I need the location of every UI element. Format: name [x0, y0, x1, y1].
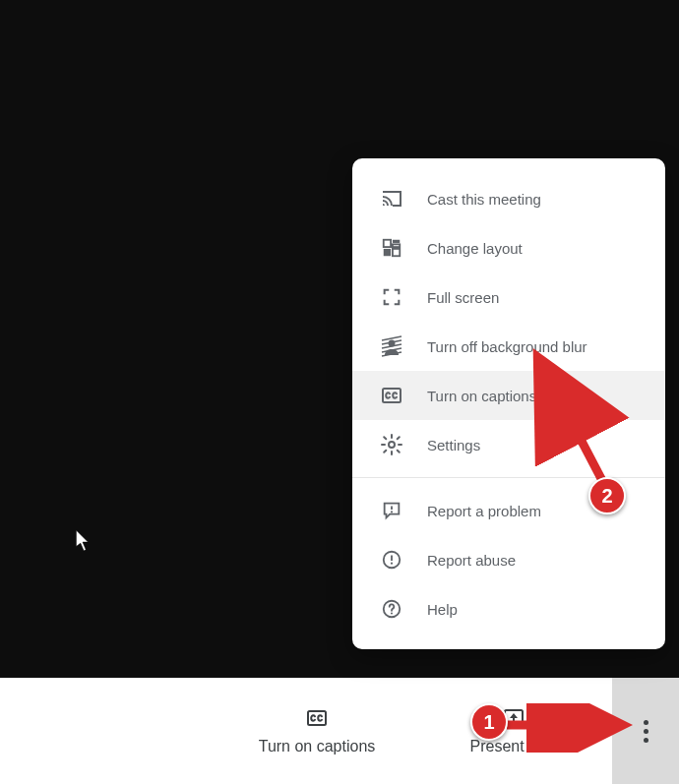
svg-rect-3: [393, 240, 400, 243]
menu-item-label: Turn on captions: [427, 388, 536, 404]
svg-rect-2: [384, 240, 391, 247]
menu-item-report-abuse[interactable]: Report abuse: [352, 535, 665, 584]
menu-item-label: Report a problem: [427, 503, 541, 519]
svg-rect-6: [393, 249, 400, 256]
svg-rect-4: [393, 244, 400, 247]
menu-item-cast[interactable]: Cast this meeting: [352, 174, 665, 223]
annotation-badge-1: 1: [470, 703, 508, 741]
present-now-button[interactable]: Present now: [415, 678, 612, 784]
menu-item-label: Report abuse: [427, 552, 516, 569]
cast-icon: [380, 187, 403, 211]
gear-icon: [380, 433, 403, 456]
help-icon: [380, 597, 403, 621]
svg-point-11: [391, 511, 393, 513]
feedback-icon: [380, 499, 403, 522]
svg-point-16: [391, 613, 393, 615]
menu-item-label: Help: [427, 601, 458, 618]
menu-item-label: Cast this meeting: [427, 191, 541, 208]
svg-point-14: [391, 563, 393, 565]
bottom-toolbar: Turn on captions Present now: [0, 678, 679, 784]
fullscreen-icon: [380, 285, 403, 309]
more-options-button[interactable]: [612, 678, 679, 784]
vertical-dots-icon: [644, 720, 648, 743]
menu-item-label: Turn off background blur: [427, 338, 587, 355]
menu-item-label: Full screen: [427, 289, 499, 306]
captions-label: Turn on captions: [259, 738, 376, 755]
menu-divider: [352, 477, 665, 478]
menu-item-background-blur[interactable]: Turn off background blur: [352, 322, 665, 371]
background-blur-icon: [380, 334, 403, 358]
turn-on-captions-button[interactable]: Turn on captions: [218, 678, 415, 784]
menu-item-label: Change layout: [427, 240, 523, 257]
more-options-menu: Cast this meeting Change layout Full: [352, 158, 665, 649]
svg-point-9: [389, 442, 395, 448]
menu-item-label: Settings: [427, 437, 480, 453]
report-abuse-icon: [380, 548, 403, 572]
svg-rect-5: [384, 249, 391, 256]
present-label: Present now: [470, 738, 558, 755]
menu-item-change-layout[interactable]: Change layout: [352, 223, 665, 272]
menu-item-settings[interactable]: Settings: [352, 420, 665, 469]
menu-item-help[interactable]: Help: [352, 584, 665, 633]
menu-item-captions[interactable]: Turn on captions: [352, 371, 665, 420]
menu-item-full-screen[interactable]: Full screen: [352, 272, 665, 322]
closed-captions-icon: [380, 384, 403, 407]
layout-icon: [380, 236, 403, 260]
closed-captions-icon: [305, 706, 329, 730]
annotation-badge-2: 2: [588, 477, 626, 514]
svg-point-7: [389, 340, 396, 347]
